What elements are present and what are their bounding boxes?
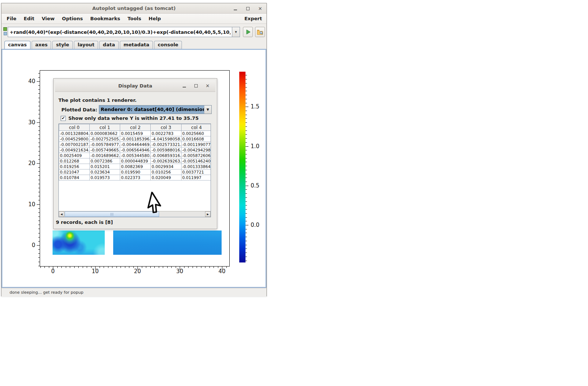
- table-cell[interactable]: -0.002573321...: [151, 142, 181, 147]
- table-cell[interactable]: -0.006564946...: [120, 147, 151, 153]
- table-cell[interactable]: 0.019590: [120, 169, 151, 175]
- dialog-close-button[interactable]: ✕: [205, 83, 210, 89]
- table-cell[interactable]: -0.001333864...: [181, 164, 211, 169]
- y-filter-checkbox[interactable]: ✔: [61, 116, 66, 121]
- scrollbar-thumb[interactable]: [65, 211, 159, 217]
- menu-file[interactable]: File: [3, 14, 20, 23]
- table-cell[interactable]: -0.001199077...: [181, 142, 211, 147]
- column-header[interactable]: col 0: [59, 124, 90, 131]
- tab-canvas[interactable]: canvas: [4, 41, 31, 49]
- table-row[interactable]: -0.001328804...0.0000836620.00154590.002…: [59, 131, 211, 136]
- table-cell[interactable]: -0.004294298...: [181, 147, 211, 153]
- table-row[interactable]: 0.0122680.00723860.000044839-0.002639263…: [59, 158, 211, 164]
- table-cell[interactable]: -0.004921634...: [59, 147, 90, 153]
- table-cell[interactable]: 0.0037721: [181, 169, 211, 175]
- table-cell[interactable]: -0.007002187...: [59, 142, 90, 147]
- table-cell[interactable]: 0.0016608: [181, 136, 211, 142]
- table-cell[interactable]: -0.005872606...: [181, 153, 211, 158]
- table-cell[interactable]: 0.011997: [181, 175, 211, 181]
- table-cell[interactable]: -0.002752505...: [90, 136, 120, 142]
- table-cell[interactable]: 0.0025409: [59, 153, 90, 158]
- table-cell[interactable]: 0.010784: [59, 175, 90, 181]
- table-row[interactable]: 0.0107840.0195730.0223730.0200490.011997…: [59, 175, 211, 181]
- table-row[interactable]: 0.0025409-0.001689662...-0.005344580...-…: [59, 153, 211, 158]
- maximize-button[interactable]: [245, 6, 250, 11]
- colorbar[interactable]: [239, 72, 245, 262]
- menu-expert[interactable]: Expert: [244, 16, 262, 21]
- scroll-right-button[interactable]: ▶: [205, 211, 211, 217]
- table-cell[interactable]: 0.020049: [151, 175, 181, 181]
- table-cell[interactable]: 0.0022783: [151, 131, 181, 136]
- table-cell[interactable]: -0.005146240...: [181, 158, 211, 164]
- table-cell[interactable]: -4.041598058...: [151, 136, 181, 142]
- table-cell[interactable]: 0.023634: [90, 169, 120, 175]
- close-button[interactable]: ✕: [258, 6, 263, 11]
- menu-edit[interactable]: Edit: [20, 14, 38, 23]
- table-cell[interactable]: 0.015201: [90, 164, 120, 169]
- table-cell[interactable]: -0.005784977...: [90, 142, 120, 147]
- table-cell[interactable]: -0.006859316...: [151, 153, 181, 158]
- tab-style[interactable]: style: [52, 41, 73, 49]
- table-row[interactable]: -0.004921634...-0.005749665...-0.0065649…: [59, 147, 211, 153]
- table-cell[interactable]: -0.004529800...: [59, 136, 90, 142]
- table-cell[interactable]: 0.010256: [151, 169, 181, 175]
- window-titlebar[interactable]: Autoplot untagged (as tomcat) ✕: [1, 3, 266, 14]
- dialog-titlebar[interactable]: Display Data ✕: [55, 80, 215, 92]
- menu-view[interactable]: View: [38, 14, 58, 23]
- table-cell[interactable]: 0.000083662: [90, 131, 120, 136]
- uri-input[interactable]: [8, 27, 232, 37]
- plot-canvas[interactable]: 010203040 010203040 0.00.51.01.5 Display…: [1, 49, 266, 288]
- inspect-uri-button[interactable]: [255, 27, 265, 37]
- column-header[interactable]: col 3: [151, 124, 181, 131]
- table-cell[interactable]: -0.005988016...: [151, 147, 181, 153]
- table-cell[interactable]: -0.005749665...: [90, 147, 120, 153]
- scrollbar-track[interactable]: [64, 211, 205, 217]
- data-table[interactable]: col 0col 1col 2col 3col 4 -0.001328804..…: [59, 124, 211, 181]
- table-cell[interactable]: 0.0015459: [120, 131, 151, 136]
- table-cell[interactable]: -0.002639263...: [151, 158, 181, 164]
- table-cell[interactable]: 0.0025660: [181, 131, 211, 136]
- menu-bookmarks[interactable]: Bookmarks: [87, 14, 124, 23]
- table-cell[interactable]: 0.012268: [59, 158, 90, 164]
- table-cell[interactable]: 0.000044839: [120, 158, 151, 164]
- dialog-maximize-button[interactable]: [193, 83, 198, 89]
- table-cell[interactable]: 0.019256: [59, 164, 90, 169]
- table-cell[interactable]: -0.001689662...: [90, 153, 120, 158]
- tab-axes[interactable]: axes: [32, 41, 51, 49]
- chevron-down-icon[interactable]: ▼: [204, 106, 211, 114]
- tab-console[interactable]: console: [154, 41, 182, 49]
- table-row[interactable]: -0.007002187...-0.005784977...-0.0044644…: [59, 142, 211, 147]
- table-cell[interactable]: 0.021047: [59, 169, 90, 175]
- dialog-minimize-button[interactable]: [182, 83, 187, 89]
- tick-mark: [245, 197, 247, 198]
- table-cell[interactable]: -0.005344580...: [120, 153, 151, 158]
- column-header[interactable]: col 2: [120, 124, 151, 131]
- tab-layout[interactable]: layout: [74, 41, 98, 49]
- plotted-data-select[interactable]: Renderer 0: dataset[40,40] (dimension...…: [99, 105, 212, 114]
- tab-metadata[interactable]: metadata: [120, 41, 153, 49]
- y-filter-row[interactable]: ✔ Show only data where Y is within 27.41…: [61, 115, 198, 121]
- column-header[interactable]: col 1: [90, 124, 120, 131]
- table-cell[interactable]: -0.004464469...: [120, 142, 151, 147]
- table-row[interactable]: 0.0192560.0152010.00823690.0029934-0.001…: [59, 164, 211, 169]
- table-cell[interactable]: -0.001185396...: [120, 136, 151, 142]
- table-row[interactable]: 0.0210470.0236340.0195900.0102560.003772…: [59, 169, 211, 175]
- menu-options[interactable]: Options: [58, 14, 87, 23]
- scroll-left-button[interactable]: ◀: [59, 211, 64, 217]
- uri-history-dropdown-button[interactable]: ▼: [232, 27, 240, 37]
- table-cell[interactable]: -0.001328804...: [59, 131, 90, 136]
- table-cell[interactable]: 0.019573: [90, 175, 120, 181]
- menu-items: FileEditViewOptionsBookmarksToolsHelp: [3, 14, 165, 23]
- tab-data[interactable]: data: [99, 41, 119, 49]
- table-cell[interactable]: 0.022373: [120, 175, 151, 181]
- go-plot-button[interactable]: [243, 27, 253, 37]
- horizontal-scrollbar[interactable]: ◀ ▶: [59, 211, 211, 217]
- table-cell[interactable]: 0.0072386: [90, 158, 120, 164]
- minimize-button[interactable]: [233, 6, 238, 11]
- table-cell[interactable]: 0.0029934: [151, 164, 181, 169]
- table-row[interactable]: -0.004529800...-0.002752505...-0.0011853…: [59, 136, 211, 142]
- column-header[interactable]: col 4: [181, 124, 211, 131]
- menu-tools[interactable]: Tools: [124, 14, 145, 23]
- table-cell[interactable]: 0.0082369: [120, 164, 151, 169]
- menu-help[interactable]: Help: [145, 14, 164, 23]
